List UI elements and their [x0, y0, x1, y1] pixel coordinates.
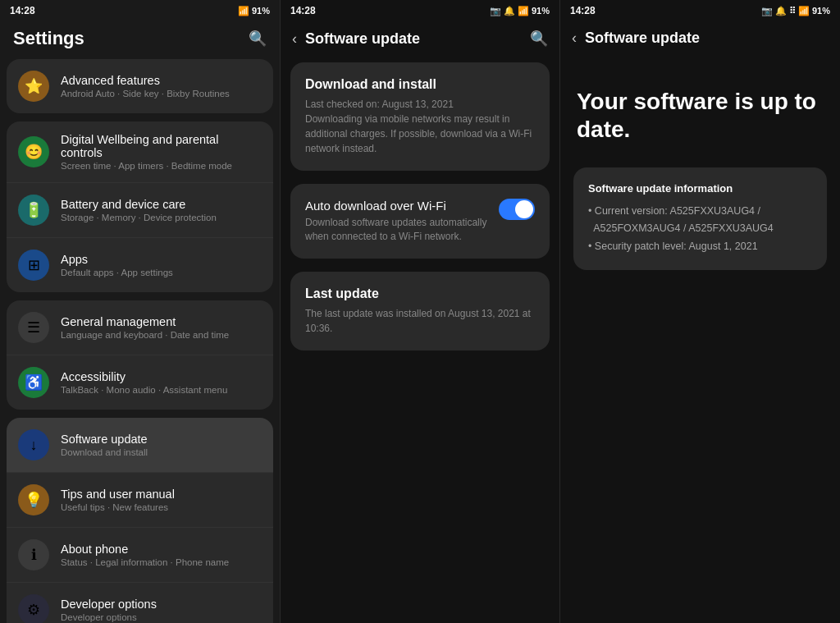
accessibility-icon: ♿ — [18, 367, 49, 398]
tips-manual-subtitle: Useful tips · New features — [61, 502, 262, 512]
about-phone-title: About phone — [61, 543, 262, 556]
digital-wellbeing-subtitle: Screen time · App timers · Bedtime mode — [61, 161, 262, 171]
download-install-title: Download and install — [305, 77, 535, 92]
update-info-body: • Current version: A525FXXU3AUG4 / A525F… — [588, 203, 812, 255]
settings-item-general-management[interactable]: ☰ General management Language and keyboa… — [7, 300, 273, 355]
search-icon[interactable]: 🔍 — [249, 30, 267, 48]
advanced-features-title: Advanced features — [61, 74, 262, 87]
software-update-icon: ↓ — [18, 429, 49, 460]
status-icons-left: 📶 91% — [238, 6, 270, 16]
general-management-subtitle: Language and keyboard · Date and time — [61, 330, 262, 340]
update-status-panel-title: Software update — [585, 30, 829, 47]
last-update-card: Last update The last update was installe… — [290, 272, 550, 350]
update-status-header: ‹ Software update — [560, 21, 840, 55]
general-management-icon: ☰ — [18, 312, 49, 343]
battery-care-icon: 🔋 — [18, 195, 49, 226]
software-update-title: Software update — [61, 433, 262, 446]
update-info-card: Software update information • Current ve… — [573, 167, 827, 270]
software-update-subtitle: Download and install — [61, 447, 262, 457]
back-arrow-middle[interactable]: ‹ — [292, 30, 297, 48]
auto-download-toggle-row: Auto download over Wi-Fi Download softwa… — [305, 199, 535, 244]
apps-icon: ⊞ — [18, 250, 49, 281]
auto-download-sub: Download software updates automatically … — [305, 216, 491, 244]
software-update-header: ‹ Software update 🔍 — [281, 21, 559, 56]
download-install-card[interactable]: Download and install Last checked on: Au… — [290, 62, 550, 171]
settings-panel: 14:28 📶 91% Settings 🔍 ⭐ Advanced featur… — [0, 0, 280, 623]
settings-group-2: ☰ General management Language and keyboa… — [7, 300, 273, 410]
back-arrow-right[interactable]: ‹ — [572, 30, 577, 47]
up-to-date-message: Your software is up to date. — [560, 55, 840, 167]
settings-item-digital-wellbeing[interactable]: 😊 Digital Wellbeing and parental control… — [7, 121, 273, 183]
last-update-sub: The last update was installed on August … — [305, 306, 535, 336]
update-status-panel: 14:28 📷 🔔 ⠿ 📶 91% ‹ Software update Your… — [559, 0, 840, 623]
auto-download-title: Auto download over Wi-Fi — [305, 199, 491, 213]
settings-group-0: ⭐ Advanced features Android Auto · Side … — [7, 59, 273, 113]
settings-item-apps[interactable]: ⊞ Apps Default apps · App settings — [7, 238, 273, 292]
download-install-sub: Last checked on: August 13, 2021Download… — [305, 97, 535, 156]
settings-item-advanced-features[interactable]: ⭐ Advanced features Android Auto · Side … — [7, 59, 273, 113]
settings-title: Settings — [13, 28, 84, 49]
digital-wellbeing-icon: 😊 — [18, 136, 49, 167]
about-phone-subtitle: Status · Legal information · Phone name — [61, 557, 262, 567]
settings-item-tips-manual[interactable]: 💡 Tips and user manual Useful tips · New… — [7, 473, 273, 528]
settings-group-3: ↓ Software update Download and install 💡… — [7, 418, 273, 623]
advanced-features-icon: ⭐ — [18, 71, 49, 102]
settings-list: ⭐ Advanced features Android Auto · Side … — [0, 59, 280, 623]
advanced-features-subtitle: Android Auto · Side key · Bixby Routines — [61, 89, 262, 98]
last-update-title: Last update — [305, 286, 535, 301]
status-bar-middle: 14:28 📷 🔔 📶 91% — [281, 0, 559, 21]
status-icons-middle: 📷 🔔 📶 91% — [490, 6, 550, 16]
apps-subtitle: Default apps · App settings — [61, 268, 262, 277]
general-management-title: General management — [61, 315, 262, 328]
status-icons-right: 📷 🔔 ⠿ 📶 91% — [761, 6, 830, 16]
battery-care-subtitle: Storage · Memory · Device protection — [61, 213, 262, 222]
tips-manual-icon: 💡 — [18, 484, 49, 515]
status-bar-right: 14:28 📷 🔔 ⠿ 📶 91% — [560, 0, 840, 21]
time-left: 14:28 — [10, 5, 35, 16]
software-update-panel: 14:28 📷 🔔 📶 91% ‹ Software update 🔍 Down… — [280, 0, 559, 623]
digital-wellbeing-title: Digital Wellbeing and parental controls — [61, 133, 262, 159]
settings-item-about-phone[interactable]: ℹ About phone Status · Legal information… — [7, 528, 273, 583]
tips-manual-title: Tips and user manual — [61, 488, 262, 501]
settings-header: Settings 🔍 — [0, 21, 280, 59]
developer-options-subtitle: Developer options — [61, 612, 262, 622]
time-middle: 14:28 — [290, 5, 316, 16]
settings-item-software-update[interactable]: ↓ Software update Download and install — [7, 418, 273, 473]
time-right: 14:28 — [570, 5, 596, 16]
settings-group-1: 😊 Digital Wellbeing and parental control… — [7, 121, 273, 292]
developer-options-icon: ⚙ — [18, 594, 49, 623]
settings-item-battery-care[interactable]: 🔋 Battery and device care Storage · Memo… — [7, 183, 273, 238]
auto-download-toggle[interactable] — [499, 199, 535, 220]
developer-options-title: Developer options — [61, 598, 262, 611]
about-phone-icon: ℹ — [18, 539, 49, 570]
settings-item-developer-options[interactable]: ⚙ Developer options Developer options — [7, 583, 273, 623]
battery-care-title: Battery and device care — [61, 198, 262, 211]
software-update-panel-title: Software update — [305, 30, 522, 48]
accessibility-title: Accessibility — [61, 370, 262, 383]
update-info-title: Software update information — [588, 182, 812, 195]
auto-download-card: Auto download over Wi-Fi Download softwa… — [290, 184, 550, 259]
search-icon-middle[interactable]: 🔍 — [530, 30, 548, 48]
apps-title: Apps — [61, 253, 262, 266]
status-bar-left: 14:28 📶 91% — [0, 0, 280, 21]
settings-item-accessibility[interactable]: ♿ Accessibility TalkBack · Mono audio · … — [7, 355, 273, 410]
accessibility-subtitle: TalkBack · Mono audio · Assistant menu — [61, 385, 262, 395]
